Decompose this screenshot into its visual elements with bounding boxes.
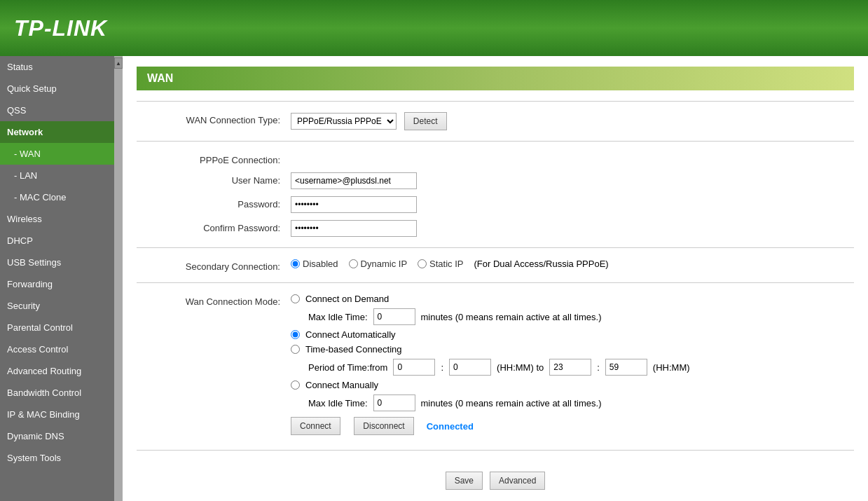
save-button[interactable]: Save [446, 472, 483, 490]
page-title: WAN [137, 67, 854, 90]
connect-manually-row: Connect Manually [291, 380, 854, 390]
sidebar-item-bandwidth-control[interactable]: Bandwidth Control [0, 382, 114, 404]
time-based-label: Time-based Connecting [305, 344, 402, 355]
connect-button[interactable]: Connect [291, 417, 340, 435]
wan-connection-type-row: WAN Connection Type: PPPoE/Russia PPPoED… [137, 112, 854, 130]
secondary-connection-label: Secondary Connection: [137, 259, 291, 272]
connected-status: Connected [427, 421, 474, 432]
confirm-password-label: Confirm Password: [137, 220, 291, 233]
wan-connection-mode-row: Wan Connection Mode: Connect on Demand M… [137, 294, 854, 439]
time-based-row: Time-based Connecting [291, 344, 854, 355]
period-row: Period of Time:from : (HH:MM) to : (HH:M… [308, 359, 854, 376]
secondary-note: (For Dual Access/Russia PPPoE) [474, 259, 608, 269]
sidebar-item-lan[interactable]: - LAN [0, 165, 114, 186]
sidebar-item-ip-mac-binding[interactable]: IP & MAC Binding [0, 404, 114, 425]
secondary-disabled-label: Disabled [303, 259, 338, 269]
sidebar-item-dynamic-dns[interactable]: Dynamic DNS [0, 425, 114, 447]
sidebar-scrollbar: ▲ [114, 56, 123, 501]
secondary-dynamic-option: Dynamic IP [349, 259, 407, 269]
secondary-connection-content: Disabled Dynamic IP Static IP (For Dual … [291, 259, 854, 269]
sidebar-item-usb-settings[interactable]: USB Settings [0, 252, 114, 273]
sidebar-item-advanced-routing[interactable]: Advanced Routing [0, 360, 114, 382]
disconnect-button[interactable]: Disconnect [354, 417, 413, 435]
password-content [291, 196, 854, 213]
period-from-m-input[interactable] [449, 359, 491, 376]
secondary-dynamic-label: Dynamic IP [361, 259, 407, 269]
sidebar-item-forwarding[interactable]: Forwarding [0, 273, 114, 295]
username-content [291, 172, 854, 189]
logo: TP-LINK [14, 15, 107, 41]
connect-manually-label: Connect Manually [305, 380, 378, 390]
sidebar-wrapper: StatusQuick SetupQSSNetwork- WAN- LAN- M… [0, 56, 123, 501]
sidebar-item-access-control[interactable]: Access Control [0, 338, 114, 360]
password-row: Password: [137, 196, 854, 213]
wan-connection-type-select[interactable]: PPPoE/Russia PPPoEDynamic IPStatic IPL2T… [291, 113, 397, 130]
top-divider [137, 101, 854, 102]
scroll-up-btn[interactable]: ▲ [114, 57, 123, 69]
max-idle-input2[interactable] [373, 394, 415, 411]
confirm-password-row: Confirm Password: [137, 220, 854, 237]
period-label: Period of Time:from [308, 362, 387, 373]
sidebar: StatusQuick SetupQSSNetwork- WAN- LAN- M… [0, 56, 114, 501]
sidebar-item-wan[interactable]: - WAN [0, 143, 114, 165]
main-layout: StatusQuick SetupQSSNetwork- WAN- LAN- M… [0, 56, 868, 501]
secondary-static-option: Static IP [418, 259, 463, 269]
secondary-static-radio[interactable] [418, 259, 427, 268]
max-idle-label1: Max Idle Time: [308, 312, 368, 322]
wan-connection-mode-label: Wan Connection Mode: [137, 294, 291, 307]
username-row: User Name: [137, 172, 854, 189]
content-area: WAN WAN Connection Type: PPPoE/Russia PP… [123, 56, 868, 501]
password-label: Password: [137, 196, 291, 210]
divider2 [137, 247, 854, 248]
period-to-m-input[interactable] [605, 359, 647, 376]
connect-on-demand-row: Connect on Demand [291, 294, 854, 304]
sidebar-item-network[interactable]: Network [0, 121, 114, 143]
sidebar-item-parental-control[interactable]: Parental Control [0, 317, 114, 338]
confirm-password-input[interactable] [291, 220, 417, 237]
detect-button[interactable]: Detect [404, 112, 447, 130]
secondary-connection-row: Secondary Connection: Disabled Dynamic I… [137, 259, 854, 272]
sidebar-item-system-tools[interactable]: System Tools [0, 447, 114, 469]
username-input[interactable] [291, 172, 417, 189]
max-idle-note2: minutes (0 means remain active at all ti… [421, 398, 602, 409]
connect-automatically-row: Connect Automatically [291, 329, 854, 340]
bottom-divider [137, 450, 854, 451]
sidebar-item-dhcp[interactable]: DHCP [0, 230, 114, 252]
sidebar-item-mac-clone[interactable]: - MAC Clone [0, 186, 114, 208]
secondary-static-label: Static IP [429, 259, 463, 269]
sidebar-item-security[interactable]: Security [0, 295, 114, 317]
time-based-radio[interactable] [291, 345, 300, 354]
period-colon2: : [597, 362, 600, 373]
secondary-dynamic-radio[interactable] [349, 259, 358, 268]
connect-manually-radio[interactable] [291, 380, 300, 390]
connect-on-demand-label: Connect on Demand [305, 294, 389, 304]
wan-connection-type-label: WAN Connection Type: [137, 112, 291, 125]
sidebar-item-quick-setup[interactable]: Quick Setup [0, 78, 114, 99]
secondary-disabled-radio[interactable] [291, 259, 300, 268]
mid-divider [137, 141, 854, 142]
connect-automatically-radio[interactable] [291, 330, 300, 339]
max-idle-input1[interactable] [373, 308, 415, 325]
advanced-button[interactable]: Advanced [490, 472, 545, 490]
header: TP-LINK [0, 0, 868, 56]
sidebar-item-wireless[interactable]: Wireless [0, 208, 114, 230]
secondary-disabled-option: Disabled [291, 259, 338, 269]
max-idle-row1: Max Idle Time: minutes (0 means remain a… [308, 308, 854, 325]
wan-connection-type-content: PPPoE/Russia PPPoEDynamic IPStatic IPL2T… [291, 112, 854, 130]
confirm-password-content [291, 220, 854, 237]
sidebar-item-qss[interactable]: QSS [0, 99, 114, 121]
bottom-buttons: Save Advanced [137, 461, 854, 500]
period-to-h-input[interactable] [549, 359, 591, 376]
connect-buttons-row: Connect Disconnect Connected [291, 417, 854, 435]
divider3 [137, 282, 854, 283]
connect-on-demand-radio[interactable] [291, 294, 300, 303]
password-input[interactable] [291, 196, 417, 213]
content-inner: WAN WAN Connection Type: PPPoE/Russia PP… [123, 56, 868, 501]
connect-automatically-label: Connect Automatically [305, 329, 396, 340]
period-from-h-input[interactable] [393, 359, 435, 376]
pppoe-connection-row: PPPoE Connection: [137, 152, 854, 165]
sidebar-item-status[interactable]: Status [0, 56, 114, 78]
max-idle-label2: Max Idle Time: [308, 398, 368, 409]
period-hhmm2: (HH:MM) [653, 362, 690, 373]
username-label: User Name: [137, 172, 291, 186]
